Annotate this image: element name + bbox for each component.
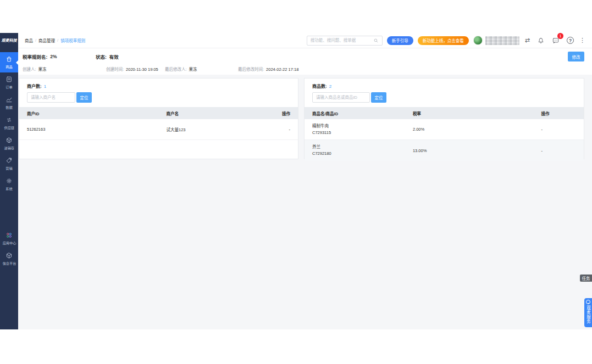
product-name-id: 芥兰 C7292180: [305, 144, 405, 157]
merchant-count: 商户数:1: [27, 83, 290, 89]
products-table: 商品名/商品ID 税率 操作 精制牛肉 C7293115 2.00% - 芥兰 …: [305, 107, 584, 161]
sidebar-item-info-platform[interactable]: 信息平台: [0, 249, 18, 269]
task-tag[interactable]: 任务: [580, 275, 592, 282]
sidebar-spacer: [0, 194, 18, 228]
product-action: -: [534, 148, 584, 153]
newbie-guide-button[interactable]: 新手引导: [387, 36, 413, 45]
kebab-menu-icon[interactable]: ⋮: [579, 37, 585, 43]
app-center-icon: [5, 232, 13, 239]
product-count-value: 2: [329, 84, 331, 89]
merchants-table-header: 商户ID 商户名 操作: [19, 107, 298, 119]
avatar[interactable]: [473, 36, 483, 45]
breadcrumb-separator: /: [57, 38, 58, 43]
line-chart-icon: [5, 96, 13, 103]
sidebar-item-label: 订单: [5, 84, 12, 89]
sidebar: 观麦科技 商品 订单 数据 供应链 进销存: [0, 33, 18, 329]
product-count: 商品数:2: [312, 83, 576, 89]
modifier-label: 最后修改人:: [165, 67, 187, 72]
supply-arrows-icon: [5, 116, 13, 124]
sidebar-item-marketing[interactable]: 营销: [0, 154, 18, 174]
sidebar-item-inventory[interactable]: 进销存: [0, 133, 18, 154]
sidebar-item-app-center[interactable]: 应用中心: [0, 228, 18, 249]
merchant-name: 试大量123: [159, 126, 270, 132]
column-product-name-id: 商品名/商品ID: [305, 110, 405, 116]
breadcrumb-current-page: 销项税率规则: [60, 37, 85, 43]
column-tax-rate: 税率: [405, 110, 534, 116]
edit-button[interactable]: 修改: [568, 52, 584, 61]
gear-icon: [5, 177, 13, 184]
sidebar-item-orders[interactable]: 订单: [0, 72, 18, 93]
sidebar-item-label: 数据: [5, 104, 12, 110]
sidebar-item-system[interactable]: 系统: [0, 174, 18, 194]
status-field: 状态: 有效: [96, 53, 119, 60]
sidebar-item-data[interactable]: 数据: [0, 93, 18, 113]
breadcrumb-goods[interactable]: 商品: [25, 37, 33, 43]
notification-bell-button[interactable]: [537, 37, 545, 44]
merchants-table: 商户ID 商户名 操作 51262163 试大量123 -: [19, 107, 298, 140]
switch-site-icon[interactable]: ⇄: [525, 37, 530, 43]
sidebar-item-label: 进销存: [4, 145, 14, 150]
create-time-value: 2020-11-30 19:05: [126, 67, 158, 72]
bell-icon: [537, 37, 545, 44]
global-search-box[interactable]: [307, 36, 383, 46]
column-action: 操作: [534, 110, 584, 116]
breadcrumb-separator: /: [35, 38, 36, 43]
merchant-locate-button[interactable]: 定位: [76, 92, 92, 103]
products-panel-top: 商品数:2 定位: [305, 79, 584, 103]
help-button[interactable]: ?: [567, 37, 574, 44]
tax-rule-header: 税率规则名: 2% 状态: 有效 修改 创建人:果冻 创建时间:2020-11-…: [18, 48, 592, 75]
service-tab[interactable]: 观麦服务: [584, 298, 592, 327]
product-count-label: 商品数:: [312, 84, 327, 89]
product-search-row: 定位: [312, 92, 576, 103]
product-search-input[interactable]: [312, 92, 370, 103]
product-name-id: 精制牛肉 C7293115: [305, 123, 405, 136]
products-table-header: 商品名/商品ID 税率 操作: [305, 107, 584, 119]
modify-time-label: 最后修改时间:: [238, 67, 264, 72]
product-row: 芥兰 C7292180 13.00% -: [305, 140, 584, 161]
messages-button[interactable]: 1: [552, 37, 560, 44]
breadcrumb-goods-management[interactable]: 商品管理: [38, 37, 55, 43]
message-badge: 1: [557, 33, 563, 39]
product-action: -: [534, 127, 584, 132]
product-locate-button[interactable]: 定位: [371, 92, 386, 103]
global-search-input[interactable]: [311, 38, 373, 43]
product-name: 芥兰: [312, 144, 405, 150]
tax-rule-header-row1: 税率规则名: 2% 状态: 有效: [23, 53, 588, 60]
merchant-action: -: [270, 127, 298, 132]
product-id: C7292180: [312, 150, 405, 157]
creator-field: 创建人:果冻: [23, 66, 106, 72]
merchant-count-label: 商户数:: [27, 84, 42, 89]
service-tab-label: 观麦服务: [585, 305, 591, 324]
create-time-field: 创建时间:2020-11-30 19:05: [106, 66, 165, 72]
status-value: 有效: [109, 53, 119, 60]
sidebar-item-supply-chain[interactable]: 供应链: [0, 113, 18, 133]
merchant-search-input[interactable]: [27, 92, 75, 103]
products-panel: 商品数:2 定位 商品名/商品ID 税率 操作 精制牛肉 C7293115: [304, 78, 584, 159]
new-feature-button[interactable]: 新功能上线，点击查看: [418, 36, 469, 45]
sidebar-item-label: 营销: [5, 165, 12, 171]
product-id: C7293115: [312, 130, 405, 136]
blurred-account-name: [485, 36, 519, 45]
create-time-label: 创建时间:: [106, 67, 124, 72]
merchant-row: 51262163 试大量123 -: [19, 119, 298, 140]
column-merchant-id: 商户ID: [19, 110, 159, 116]
topbar: 商品 / 商品管理 / 销项税率规则 新手引导 新功能上线，点击查看 ⇄ 1 ?…: [18, 33, 592, 48]
rule-name-label: 税率规则名:: [23, 53, 47, 60]
merchant-id: 51262163: [19, 127, 159, 132]
content-area: 商户数:1 定位 商户ID 商户名 操作 51262163 试大量123 -: [18, 75, 592, 329]
merchants-panel-top: 商户数:1 定位: [19, 79, 298, 103]
sidebar-item-label: 商品: [5, 64, 12, 69]
rule-name-field: 税率规则名: 2%: [23, 53, 96, 60]
merchant-count-value: 1: [44, 84, 46, 89]
order-doc-icon: [5, 76, 13, 83]
screen: 观麦科技 商品 订单 数据 供应链 进销存: [0, 0, 592, 364]
price-tag-icon: [5, 157, 13, 164]
creator-value: 果冻: [38, 67, 47, 72]
help-icon: ?: [567, 37, 574, 44]
cube-icon: [5, 252, 13, 259]
modify-time-field: 最后修改时间:2024-02-22 17:18: [238, 66, 298, 72]
tax-rule-header-row2: 创建人:果冻 创建时间:2020-11-30 19:05 最后修改人:果冻 最后…: [23, 66, 588, 72]
sidebar-item-goods[interactable]: 商品: [0, 52, 18, 72]
modifier-value: 果冻: [189, 67, 197, 72]
sidebar-nav: 商品 订单 数据 供应链 进销存 营销: [0, 52, 18, 269]
